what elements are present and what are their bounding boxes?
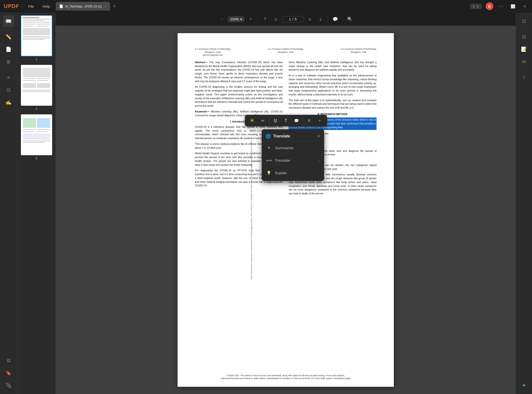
tab-close-btn[interactable]: × — [105, 4, 106, 8]
nav-up-btn[interactable]: ∧ — [272, 15, 280, 24]
main-layout: 📖 ✏️ 📄 ⊞ ≡ ⊡ ✍ ⧉ 🔖 📎 — [0, 12, 532, 394]
tab-bar: 📄 AI_Techniqu...OVID-19 (1) × + — [56, 2, 467, 11]
zoom-chevron: ▾ — [240, 17, 242, 21]
translate-icon: ⟺ — [266, 157, 272, 164]
right-sidebar-bottom: ✦ — [518, 380, 530, 391]
explain-item[interactable]: 💡 Explain — [262, 166, 324, 179]
tab-icon: 📄 — [59, 4, 63, 8]
annot-sep-2 — [303, 118, 303, 123]
header-right: in a Kumanan Institute of Technology,Ben… — [341, 48, 377, 57]
title-bar-right: 1 ∨ B — ⬜ ✕ — [470, 2, 528, 10]
translate-arrow: › — [319, 158, 320, 162]
thumbnail-img-1 — [21, 15, 52, 56]
minimize-btn[interactable]: — — [497, 3, 505, 9]
page-nav-indicator: 1 ∨ — [470, 4, 482, 9]
page-total-display: 5 — [295, 17, 297, 21]
toolbar-sep-3 — [342, 16, 343, 22]
sidebar-item-edit[interactable]: ⊞ — [3, 56, 14, 68]
sidebar-item-attachment[interactable]: 📎 — [3, 380, 14, 391]
nav-down-btn[interactable]: ∨ — [306, 15, 314, 24]
page-current-display: 1 — [289, 17, 291, 21]
active-tab[interactable]: 📄 AI_Techniqu...OVID-19 (1) × — [56, 2, 110, 11]
pdf-viewport[interactable]: 2022 International Conference for Advanc… — [56, 26, 516, 394]
thumbnail-panel: 1 — [17, 12, 56, 394]
page-display: 1 / 5 — [282, 16, 304, 22]
dropdown-header-title: Translate — [273, 134, 315, 138]
right-pdf-edit-btn[interactable]: 📝 — [518, 43, 530, 55]
right-sidebar: ⊡ ⊟ 📝 ✉ ⤴ ✦ — [516, 12, 532, 394]
comment-annot-btn[interactable]: 💬 — [292, 116, 301, 125]
thumbnail-page-3[interactable]: 3 — [19, 114, 54, 160]
summarize-icon: ≡ — [266, 144, 272, 151]
page-current: 1 — [473, 5, 475, 8]
summarize-label: Summarize — [275, 146, 293, 150]
thumbnail-img-2 — [21, 65, 52, 106]
keywords-label: Keywords— — [195, 110, 210, 113]
left-sidebar: 📖 ✏️ 📄 ⊞ ≡ ⊡ ✍ ⧉ 🔖 📎 — [0, 12, 17, 394]
sidebar-divider-2 — [4, 69, 13, 70]
search-btn[interactable]: 🔍 — [346, 15, 354, 24]
pdf-footer: © IEEE 2022. This article is free to acc… — [195, 374, 377, 380]
nav-top-btn[interactable]: ⤒ — [261, 15, 270, 24]
abstract-text: The new Coronavirus infection (COVID-19)… — [195, 61, 283, 83]
maximize-btn[interactable]: ⬜ — [509, 3, 517, 10]
copy-annot-btn[interactable]: ⎘ — [305, 116, 314, 125]
zoom-out-btn[interactable]: − — [217, 15, 226, 24]
footer-text-2: Authorized licensed use limited to: IEEE… — [195, 377, 377, 380]
header-left: in a Kumanan Institute of Technology,Ben… — [195, 48, 231, 57]
summarize-item[interactable]: ≡ Summarize — [262, 142, 324, 154]
vertical-text: 2022 International Conference for Advanc… — [250, 141, 253, 280]
sidebar-item-layers[interactable]: ⧉ — [3, 355, 14, 366]
translate-item[interactable]: ⟺ Translate › — [262, 154, 324, 166]
close-btn[interactable]: ✕ — [521, 3, 528, 10]
file-menu[interactable]: File — [25, 3, 37, 9]
dropdown-header[interactable]: 🌐 Translate ▼ — [262, 131, 324, 142]
highlight-btn[interactable]: H — [248, 116, 256, 125]
pen-btn[interactable]: ✏ — [258, 116, 267, 125]
sidebar-item-bookmark[interactable]: 🔖 — [3, 367, 14, 379]
help-menu[interactable]: Help — [40, 3, 53, 9]
content-area: − 104% ▾ + ⤒ ∧ 1 / 5 ∨ ⤓ 💬 🔍 — [56, 12, 516, 394]
right-scan-btn[interactable]: ⊟ — [518, 31, 530, 43]
right-export-btn[interactable]: ⤴ — [518, 72, 530, 83]
abstract-label: Abstract— — [195, 61, 208, 64]
thumbnail-label-1: 1 — [36, 58, 37, 61]
text-btn[interactable]: T — [282, 116, 290, 125]
nav-bottom-btn[interactable]: ⤓ — [316, 15, 325, 24]
tab-label: AI_Techniqu...OVID-19 (1) — [65, 5, 102, 8]
sidebar-divider — [4, 29, 13, 29]
translate-label: Translate — [275, 158, 290, 162]
right-mail-btn[interactable]: ✉ — [518, 56, 530, 68]
new-tab-btn[interactable]: + — [111, 2, 118, 10]
right-sep-1 — [520, 29, 528, 29]
toolbar-sep-1 — [258, 16, 258, 22]
sidebar-item-ocr[interactable]: ⊡ — [3, 84, 14, 96]
page-nav-chevron[interactable]: ∨ — [476, 5, 479, 8]
thumbnail-page-1[interactable]: 1 — [19, 15, 54, 61]
thumb-content-3 — [21, 115, 52, 155]
sidebar-bottom: ⧉ 🔖 📎 — [3, 355, 14, 391]
translate-logo: 🌐 — [266, 134, 271, 139]
underline-btn[interactable]: U — [271, 116, 280, 125]
header-center: in a Kumanan Institute of Technology,Ben… — [268, 48, 303, 57]
thumbnail-img-3 — [21, 114, 52, 155]
thumb-content-1 — [21, 16, 52, 56]
user-avatar[interactable]: B — [486, 2, 493, 10]
sidebar-item-annotate[interactable]: ✏️ — [3, 31, 14, 43]
sidebar-item-sign[interactable]: ✍ — [3, 97, 14, 108]
app-logo: UPDF — [4, 3, 19, 9]
comment-mode-btn[interactable]: 💬 — [331, 15, 340, 24]
sidebar-item-form[interactable]: ≡ — [3, 72, 14, 83]
right-ocr-btn[interactable]: ⊡ — [518, 15, 530, 27]
thumbnail-label-2: 2 — [36, 107, 37, 111]
abstract-para: Abstract— The new Coronavirus infection … — [195, 61, 283, 83]
thumb-content-2 — [21, 65, 52, 105]
sidebar-item-reader[interactable]: 📖 — [3, 15, 14, 27]
thumbnail-page-2[interactable]: 2 — [19, 65, 54, 111]
zoom-display[interactable]: 104% ▾ — [228, 16, 244, 22]
ai-assistant-btn[interactable]: ✦ — [518, 380, 530, 391]
sidebar-item-organize[interactable]: 📄 — [3, 43, 14, 55]
zoom-in-btn[interactable]: + — [246, 15, 255, 24]
dropdown-arrow[interactable]: ▼ — [317, 134, 320, 138]
add-annot-btn[interactable]: + — [315, 116, 324, 125]
